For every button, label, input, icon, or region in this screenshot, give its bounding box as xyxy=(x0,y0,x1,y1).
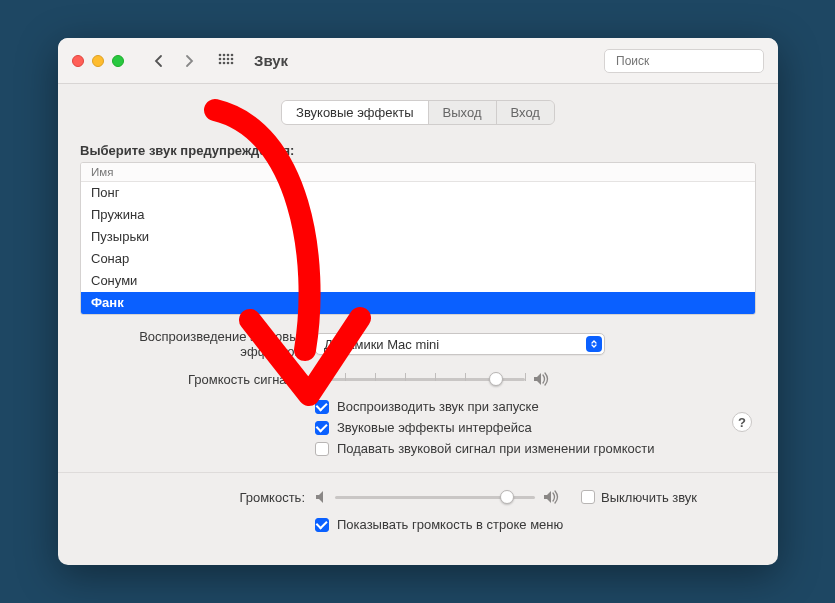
list-column-header: Имя xyxy=(81,163,755,182)
checkbox-label: Подавать звуковой сигнал при изменении г… xyxy=(337,441,654,456)
list-item[interactable]: Фанк xyxy=(81,292,755,314)
svg-point-9 xyxy=(223,61,226,64)
search-field[interactable] xyxy=(604,49,764,73)
grid-icon xyxy=(218,53,234,69)
list-item[interactable]: Пузырьки xyxy=(81,226,755,248)
alert-sound-label: Выберите звук предупреждения: xyxy=(80,143,756,158)
checkbox-icon xyxy=(581,490,595,504)
svg-point-0 xyxy=(219,53,222,56)
list-item[interactable]: Сонар xyxy=(81,248,755,270)
help-button[interactable]: ? xyxy=(732,412,752,432)
mute-checkbox[interactable]: Выключить звук xyxy=(581,490,697,505)
volume-low-icon xyxy=(315,490,327,504)
content-area: Звуковые эффекты Выход Вход Выберите зву… xyxy=(58,84,778,532)
playback-device-value: Динамики Mac mini xyxy=(324,337,439,352)
svg-point-5 xyxy=(223,57,226,60)
show-all-button[interactable] xyxy=(214,49,238,73)
slider-thumb[interactable] xyxy=(489,372,503,386)
list-item[interactable]: Пружина xyxy=(81,204,755,226)
checkbox-icon xyxy=(315,421,329,435)
slider-thumb[interactable] xyxy=(500,490,514,504)
svg-point-6 xyxy=(227,57,230,60)
playback-device-label: Воспроизведение звуковых эффектов: xyxy=(80,329,305,359)
zoom-button[interactable] xyxy=(112,55,124,67)
chevron-left-icon xyxy=(153,54,163,68)
output-volume-label: Громкость: xyxy=(80,490,305,505)
search-input[interactable] xyxy=(616,54,766,68)
svg-point-8 xyxy=(219,61,222,64)
minimize-button[interactable] xyxy=(92,55,104,67)
checkbox-ui-effects[interactable]: Звуковые эффекты интерфейса xyxy=(315,420,756,435)
playback-device-row: Воспроизведение звуковых эффектов: Динам… xyxy=(80,329,756,359)
close-button[interactable] xyxy=(72,55,84,67)
mute-label: Выключить звук xyxy=(601,490,697,505)
divider xyxy=(58,472,778,473)
back-button[interactable] xyxy=(146,49,170,73)
window-title: Звук xyxy=(254,52,288,69)
checkbox-label: Показывать громкость в строке меню xyxy=(337,517,563,532)
svg-point-1 xyxy=(223,53,226,56)
checkbox-volume-feedback[interactable]: Подавать звуковой сигнал при изменении г… xyxy=(315,441,756,456)
list-item[interactable]: Понг xyxy=(81,182,755,204)
checkbox-icon xyxy=(315,400,329,414)
svg-point-4 xyxy=(219,57,222,60)
output-volume-row: Громкость: Выключить звук xyxy=(80,487,756,507)
list-item[interactable]: Сонуми xyxy=(81,270,755,292)
alert-sound-list[interactable]: Имя Понг Пружина Пузырьки Сонар Сонуми Ф… xyxy=(80,162,756,315)
volume-high-icon xyxy=(543,490,561,504)
svg-point-2 xyxy=(227,53,230,56)
tab-input[interactable]: Вход xyxy=(497,101,554,124)
checkbox-label: Воспроизводить звук при запуске xyxy=(337,399,539,414)
svg-point-7 xyxy=(231,57,234,60)
chevron-right-icon xyxy=(185,54,195,68)
preferences-window: Звук Звуковые эффекты Выход Вход Выберит… xyxy=(58,38,778,565)
output-volume-slider[interactable] xyxy=(335,487,535,507)
window-controls xyxy=(72,55,124,67)
checkbox-play-on-startup[interactable]: Воспроизводить звук при запуске xyxy=(315,399,756,414)
checkbox-icon xyxy=(315,442,329,456)
tabbar: Звуковые эффекты Выход Вход xyxy=(80,100,756,125)
checkbox-show-in-menubar[interactable]: Показывать громкость в строке меню xyxy=(315,517,756,532)
playback-device-select[interactable]: Динамики Mac mini xyxy=(315,333,605,355)
alert-volume-row: Громкость сигнала: xyxy=(80,369,756,389)
forward-button[interactable] xyxy=(178,49,202,73)
alert-volume-slider[interactable] xyxy=(315,369,525,389)
tab-segment: Звуковые эффекты Выход Вход xyxy=(281,100,555,125)
tab-output[interactable]: Выход xyxy=(429,101,497,124)
volume-high-icon xyxy=(533,372,551,386)
titlebar: Звук xyxy=(58,38,778,84)
alert-volume-label: Громкость сигнала: xyxy=(80,372,305,387)
checkbox-label: Звуковые эффекты интерфейса xyxy=(337,420,532,435)
tab-sound-effects[interactable]: Звуковые эффекты xyxy=(282,101,429,124)
chevron-updown-icon xyxy=(589,339,599,349)
svg-point-10 xyxy=(227,61,230,64)
checkbox-icon xyxy=(315,518,329,532)
svg-point-3 xyxy=(231,53,234,56)
select-caret xyxy=(586,336,602,352)
svg-point-11 xyxy=(231,61,234,64)
